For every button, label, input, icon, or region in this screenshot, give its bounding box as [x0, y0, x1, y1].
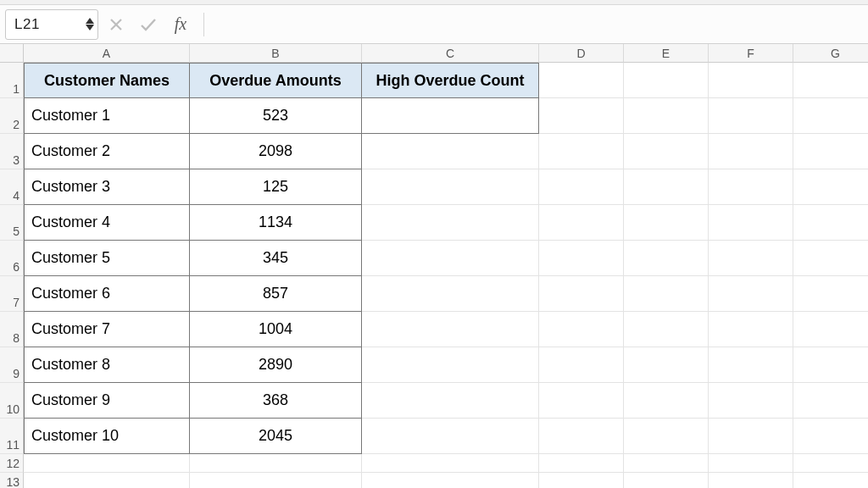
cell-a11[interactable]: Customer 10 [24, 419, 190, 454]
cell-c4[interactable] [362, 169, 539, 205]
col-header-a[interactable]: A [24, 44, 190, 63]
row-header-2[interactable]: 2 [0, 98, 24, 134]
row-header-11[interactable]: 11 [0, 419, 24, 454]
cell-b10[interactable]: 368 [190, 383, 362, 419]
cell-d13[interactable] [539, 473, 624, 488]
col-header-e[interactable]: E [624, 44, 709, 63]
cell-g5[interactable] [793, 205, 868, 241]
row-header-13[interactable]: 13 [0, 473, 24, 488]
cell-g1[interactable] [793, 63, 868, 98]
cell-c5[interactable] [362, 205, 539, 241]
cell-a10[interactable]: Customer 9 [24, 383, 190, 419]
cell-b12[interactable] [190, 454, 362, 473]
cell-e2[interactable] [624, 98, 709, 134]
fx-label[interactable]: fx [166, 9, 195, 40]
cell-a3[interactable]: Customer 2 [24, 134, 190, 169]
cell-c1[interactable]: High Overdue Count [362, 63, 539, 98]
cell-c3[interactable] [362, 134, 539, 169]
row-header-3[interactable]: 3 [0, 134, 24, 169]
cell-g9[interactable] [793, 347, 868, 383]
cell-f13[interactable] [709, 473, 793, 488]
cell-c13[interactable] [362, 473, 539, 488]
cell-d10[interactable] [539, 383, 624, 419]
formula-input[interactable] [209, 9, 868, 40]
row-header-1[interactable]: 1 [0, 63, 24, 98]
cell-g3[interactable] [793, 134, 868, 169]
cell-c10[interactable] [362, 383, 539, 419]
cell-c6[interactable] [362, 241, 539, 276]
cell-e11[interactable] [624, 419, 709, 454]
cell-a13[interactable] [24, 473, 190, 488]
row-header-5[interactable]: 5 [0, 205, 24, 241]
cell-e12[interactable] [624, 454, 709, 473]
cell-g11[interactable] [793, 419, 868, 454]
cell-b1[interactable]: Overdue Amounts [190, 63, 362, 98]
cell-e1[interactable] [624, 63, 709, 98]
col-header-g[interactable]: G [793, 44, 868, 63]
cell-g10[interactable] [793, 383, 868, 419]
cell-e7[interactable] [624, 276, 709, 312]
cell-a4[interactable]: Customer 3 [24, 169, 190, 205]
cell-c8[interactable] [362, 312, 539, 347]
cancel-formula-button[interactable] [102, 9, 131, 40]
cell-f4[interactable] [709, 169, 793, 205]
cell-a12[interactable] [24, 454, 190, 473]
cell-f5[interactable] [709, 205, 793, 241]
cell-d9[interactable] [539, 347, 624, 383]
cell-b11[interactable]: 2045 [190, 419, 362, 454]
row-header-8[interactable]: 8 [0, 312, 24, 347]
col-header-d[interactable]: D [539, 44, 624, 63]
cell-f1[interactable] [709, 63, 793, 98]
cell-b9[interactable]: 2890 [190, 347, 362, 383]
name-box-stepper[interactable] [82, 18, 97, 30]
confirm-formula-button[interactable] [134, 9, 163, 40]
cell-c11[interactable] [362, 419, 539, 454]
cell-d6[interactable] [539, 241, 624, 276]
cell-e3[interactable] [624, 134, 709, 169]
cell-e6[interactable] [624, 241, 709, 276]
row-header-9[interactable]: 9 [0, 347, 24, 383]
row-header-12[interactable]: 12 [0, 454, 24, 473]
cell-c7[interactable] [362, 276, 539, 312]
col-header-f[interactable]: F [709, 44, 793, 63]
cell-g4[interactable] [793, 169, 868, 205]
cell-a9[interactable]: Customer 8 [24, 347, 190, 383]
cell-c2[interactable] [362, 98, 539, 134]
cell-b4[interactable]: 125 [190, 169, 362, 205]
cell-f11[interactable] [709, 419, 793, 454]
cell-d1[interactable] [539, 63, 624, 98]
row-header-6[interactable]: 6 [0, 241, 24, 276]
cell-b6[interactable]: 345 [190, 241, 362, 276]
cell-d4[interactable] [539, 169, 624, 205]
cell-e5[interactable] [624, 205, 709, 241]
cell-b8[interactable]: 1004 [190, 312, 362, 347]
cell-a2[interactable]: Customer 1 [24, 98, 190, 134]
cell-b2[interactable]: 523 [190, 98, 362, 134]
row-header-7[interactable]: 7 [0, 276, 24, 312]
cell-a5[interactable]: Customer 4 [24, 205, 190, 241]
cell-b5[interactable]: 1134 [190, 205, 362, 241]
cell-d8[interactable] [539, 312, 624, 347]
cell-d3[interactable] [539, 134, 624, 169]
col-header-c[interactable]: C [362, 44, 539, 63]
cell-c9[interactable] [362, 347, 539, 383]
cell-e8[interactable] [624, 312, 709, 347]
row-header-4[interactable]: 4 [0, 169, 24, 205]
col-header-b[interactable]: B [190, 44, 362, 63]
cell-f10[interactable] [709, 383, 793, 419]
cell-f2[interactable] [709, 98, 793, 134]
cell-f12[interactable] [709, 454, 793, 473]
select-all-corner[interactable] [0, 44, 24, 63]
cell-e9[interactable] [624, 347, 709, 383]
cell-g13[interactable] [793, 473, 868, 488]
name-box[interactable] [6, 16, 82, 33]
cell-d11[interactable] [539, 419, 624, 454]
cell-d2[interactable] [539, 98, 624, 134]
cell-c12[interactable] [362, 454, 539, 473]
cell-a7[interactable]: Customer 6 [24, 276, 190, 312]
cell-d5[interactable] [539, 205, 624, 241]
cell-g8[interactable] [793, 312, 868, 347]
cell-g7[interactable] [793, 276, 868, 312]
cell-d7[interactable] [539, 276, 624, 312]
cell-a6[interactable]: Customer 5 [24, 241, 190, 276]
